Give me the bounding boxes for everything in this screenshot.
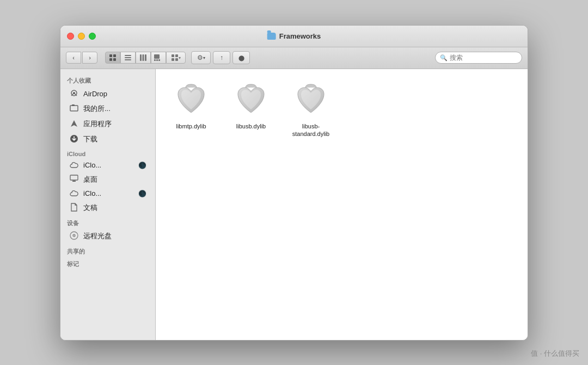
- search-icon: 🔍: [440, 54, 448, 61]
- list-view-icon: [124, 54, 132, 61]
- shared-section-label: 共享的: [60, 244, 155, 257]
- file-item-libusb[interactable]: libusb.dylib: [226, 80, 275, 138]
- sidebar-item-myfiles[interactable]: 我的所...: [63, 102, 153, 116]
- svg-rect-13: [158, 59, 160, 61]
- svg-rect-20: [70, 106, 78, 111]
- svg-rect-2: [109, 58, 112, 61]
- file-icon-wrapper-libusb-standard: [291, 80, 330, 119]
- list-view-button[interactable]: [120, 52, 136, 64]
- file-icon-wrapper-libusb: [231, 80, 271, 119]
- svg-rect-12: [156, 59, 158, 61]
- svg-point-27: [74, 235, 75, 236]
- sidebar-item-label-myfiles: 我的所...: [83, 104, 111, 114]
- back-icon: ‹: [72, 54, 75, 61]
- action-button[interactable]: ⚙ ▾: [191, 51, 211, 64]
- svg-rect-6: [125, 59, 131, 60]
- sidebar-item-downloads[interactable]: 下载: [63, 132, 153, 147]
- documents-icon: [69, 203, 79, 213]
- desktop-icon: [69, 175, 79, 184]
- airdrop-icon: [69, 89, 79, 99]
- column-view-button[interactable]: [136, 52, 151, 64]
- share-button[interactable]: ↑: [213, 51, 230, 64]
- column-view-icon: [139, 54, 147, 61]
- main-content: 个人收藏 AirDrop 我的所... 应用程序: [60, 69, 528, 340]
- sidebar-item-icloud2[interactable]: iClo... 🌑: [63, 187, 153, 200]
- svg-rect-8: [143, 54, 144, 61]
- sidebar-item-desktop[interactable]: 桌面: [63, 172, 153, 187]
- svg-rect-9: [145, 54, 146, 61]
- sidebar-item-documents[interactable]: 文稿: [63, 201, 153, 215]
- svg-rect-4: [125, 55, 131, 56]
- folder-icon: [267, 33, 276, 40]
- dylib-icon-libusb-standard: [293, 82, 328, 117]
- search-input[interactable]: [450, 54, 517, 61]
- svg-rect-16: [171, 58, 174, 61]
- sidebar-item-applications[interactable]: 应用程序: [63, 117, 153, 132]
- file-area: libmtp.dylib: [156, 69, 528, 340]
- myfiles-icon: [69, 104, 79, 114]
- svg-rect-10: [154, 54, 160, 59]
- tag-button[interactable]: ⬤: [232, 51, 250, 64]
- svg-rect-7: [140, 54, 142, 61]
- arrange-button[interactable]: ▾: [166, 52, 186, 64]
- gear-icon: ⚙: [197, 54, 203, 61]
- sidebar-item-airdrop[interactable]: AirDrop: [63, 86, 153, 101]
- forward-button[interactable]: ›: [82, 52, 97, 64]
- devices-section-label: 设备: [60, 216, 155, 228]
- svg-rect-23: [70, 175, 78, 180]
- sidebar-item-label-applications: 应用程序: [83, 119, 112, 129]
- title-text: Frameworks: [279, 32, 321, 40]
- sidebar-item-label-icloud2: iClo...: [83, 189, 101, 197]
- watermark: 值 · 什么值得买: [531, 349, 579, 358]
- icon-view-icon: [109, 54, 117, 61]
- file-label-libusb: libusb.dylib: [236, 122, 266, 130]
- forward-icon: ›: [89, 54, 91, 61]
- sidebar-item-label-icloud1: iClo...: [83, 161, 101, 169]
- view-btn-group: ▾: [105, 52, 186, 64]
- maximize-button[interactable]: [89, 33, 96, 40]
- file-label-libmtp: libmtp.dylib: [176, 122, 206, 130]
- arrange-chevron: ▾: [179, 55, 181, 60]
- close-button[interactable]: [67, 33, 74, 40]
- icon-view-button[interactable]: [105, 52, 120, 64]
- sidebar-item-label-desktop: 桌面: [83, 175, 97, 184]
- search-box[interactable]: 🔍: [435, 52, 522, 64]
- window-title: Frameworks: [267, 32, 321, 40]
- action-btn-group: ⚙ ▾ ↑ ⬤: [191, 51, 250, 64]
- svg-rect-11: [154, 59, 156, 61]
- sidebar-item-label-documents: 文稿: [83, 203, 97, 213]
- tags-section-label: 标记: [60, 257, 155, 269]
- sidebar: 个人收藏 AirDrop 我的所... 应用程序: [60, 69, 156, 340]
- back-button[interactable]: ‹: [66, 52, 81, 64]
- file-item-libusb-standard[interactable]: libusb-standard.dylib: [286, 80, 335, 138]
- gallery-view-button[interactable]: [151, 52, 166, 64]
- svg-rect-24: [72, 181, 76, 182]
- sidebar-item-label-downloads: 下载: [83, 134, 97, 144]
- minimize-button[interactable]: [78, 33, 85, 40]
- icloud1-icon: [69, 161, 79, 170]
- nav-btn-group: ‹ ›: [66, 52, 97, 64]
- file-label-libusb-standard: libusb-standard.dylib: [292, 122, 330, 138]
- svg-rect-5: [125, 57, 131, 58]
- share-icon: ↑: [220, 54, 223, 61]
- toolbar: ‹ ›: [60, 47, 528, 69]
- dylib-icon-libmtp: [174, 82, 209, 117]
- sidebar-item-label-airdrop: AirDrop: [83, 90, 107, 98]
- dylib-icon-libusb: [234, 82, 268, 117]
- file-item-libmtp[interactable]: libmtp.dylib: [167, 80, 216, 138]
- remote-disc-icon: [69, 231, 79, 242]
- svg-rect-1: [113, 54, 116, 57]
- titlebar: Frameworks: [60, 26, 528, 47]
- file-icon-wrapper-libmtp: [171, 80, 211, 119]
- file-grid: libmtp.dylib: [167, 80, 517, 138]
- arrange-icon: [171, 54, 179, 61]
- sidebar-item-icloud1[interactable]: iClo... 🌑: [63, 159, 153, 172]
- icloud1-sync-icon: 🌑: [138, 162, 146, 169]
- traffic-lights: [67, 33, 96, 40]
- sidebar-item-remote-disc[interactable]: 远程光盘: [63, 229, 153, 244]
- finder-window: Frameworks ‹ ›: [60, 25, 528, 341]
- svg-rect-17: [175, 58, 178, 61]
- icloud2-sync-icon: 🌑: [138, 190, 146, 197]
- svg-rect-15: [175, 54, 178, 57]
- sidebar-item-label-remote-disc: 远程光盘: [83, 231, 112, 241]
